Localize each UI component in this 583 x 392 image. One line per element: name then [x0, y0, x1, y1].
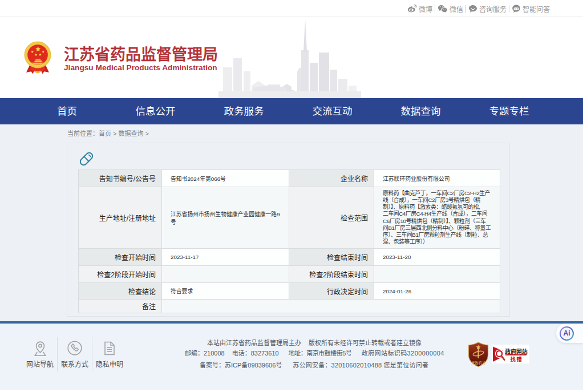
svg-text:找错: 找错 — [511, 356, 523, 362]
svg-text:政府网站: 政府网站 — [505, 348, 528, 355]
svg-text:党政机关: 党政机关 — [471, 361, 485, 365]
